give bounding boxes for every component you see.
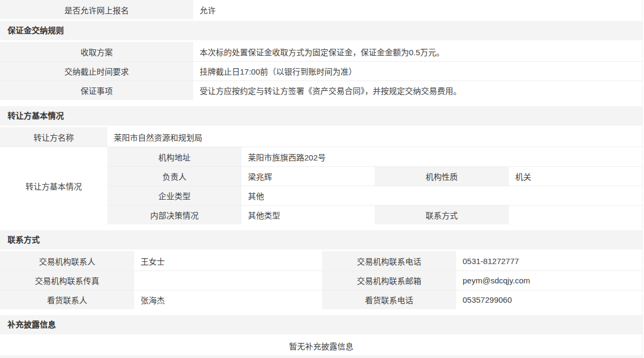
table-row: 是否允许网上报名 允许 xyxy=(0,0,642,19)
transferor-name-label: 转让方名称 xyxy=(0,127,107,147)
org-nature-value: 机关 xyxy=(509,167,642,186)
org-nature-label: 机构性质 xyxy=(375,167,509,186)
supplement-table: 暂无补充披露信息 xyxy=(0,336,642,355)
viewing-contact-label: 看货联系人 xyxy=(0,290,134,309)
viewing-phone-value: 05357299060 xyxy=(456,290,642,309)
internal-decision-value: 其他类型 xyxy=(241,206,375,224)
asset-disclosure-page: 是否允许网上报名 允许 保证金交纳规则 收取方案 本次标的处置保证金收取方式为固… xyxy=(0,0,643,358)
agency-phone-label: 交易机构联系电话 xyxy=(322,251,456,271)
guarantee-items-value: 受让方应按约定与转让方签署《资产交易合同》，并按规定交纳交易费用。 xyxy=(193,81,642,100)
agency-fax-label: 交易机构联系传真 xyxy=(0,271,134,290)
contact-method-label: 联系方式 xyxy=(375,206,509,224)
section-header-contact: 联系方式 xyxy=(0,230,642,250)
responsible-person-label: 负责人 xyxy=(107,167,241,186)
agency-contact-label: 交易机构联系人 xyxy=(0,251,134,271)
org-address-value: 莱阳市旌旗西路202号 xyxy=(241,147,642,166)
agency-email-label: 交易机构联系邮箱 xyxy=(322,271,456,290)
transferor-name-value: 莱阳市自然资源和规划局 xyxy=(107,127,642,147)
table-row: 内部决策情况 其他类型 联系方式 xyxy=(107,205,642,224)
payment-deadline-label: 交纳截止时间要求 xyxy=(0,62,193,81)
collection-plan-label: 收取方案 xyxy=(0,42,193,61)
agency-fax-value xyxy=(134,271,322,290)
org-address-label: 机构地址 xyxy=(107,147,241,166)
table-row: 收取方案 本次标的处置保证金收取方式为固定保证金，保证金金额为0.5万元。 xyxy=(0,42,642,61)
agency-contact-value: 王女士 xyxy=(134,251,322,271)
signup-table: 是否允许网上报名 允许 xyxy=(0,0,642,19)
guarantee-items-label: 保证事项 xyxy=(0,81,193,100)
table-row: 暂无补充披露信息 xyxy=(0,336,642,355)
internal-decision-label: 内部决策情况 xyxy=(107,206,241,224)
table-row: 机构地址 莱阳市旌旗西路202号 xyxy=(107,147,642,166)
transferor-table: 转让方名称 莱阳市自然资源和规划局 转让方基本情况 机构地址 莱阳市旌旗西路20… xyxy=(0,127,642,224)
section-title: 保证金交纳规则 xyxy=(8,26,64,35)
responsible-person-value: 梁兆辉 xyxy=(241,167,375,186)
viewing-contact-value: 张海杰 xyxy=(134,290,322,309)
collection-plan-value: 本次标的处置保证金收取方式为固定保证金，保证金金额为0.5万元。 xyxy=(193,42,642,61)
table-row: 保证事项 受让方应按约定与转让方签署《资产交易合同》，并按规定交纳交易费用。 xyxy=(0,81,642,100)
table-row: 交易机构联系人 王女士 交易机构联系电话 0531-81272777 xyxy=(0,251,642,271)
signup-allowed-value: 允许 xyxy=(193,0,642,19)
payment-deadline-value: 挂牌截止日17:00前（以银行到账时间为准） xyxy=(193,62,642,81)
contact-table: 交易机构联系人 王女士 交易机构联系电话 0531-81272777 交易机构联… xyxy=(0,251,642,309)
enterprise-type-label: 企业类型 xyxy=(107,186,241,205)
table-row: 企业类型 其他 xyxy=(107,186,642,205)
transferor-detail-group: 转让方基本情况 机构地址 莱阳市旌旗西路202号 负责人 梁兆辉 机构性质 机关… xyxy=(0,147,642,224)
enterprise-type-value: 其他 xyxy=(241,186,642,205)
section-title: 补充披露信息 xyxy=(8,320,56,329)
table-row: 看货联系人 张海杰 看货联系电话 05357299060 xyxy=(0,290,642,309)
section-header-transferor: 转让方基本情况 xyxy=(0,106,642,126)
deposit-rules-table: 收取方案 本次标的处置保证金收取方式为固定保证金，保证金金额为0.5万元。 交纳… xyxy=(0,42,642,100)
table-row: 交易机构联系传真 交易机构联系邮箱 peym@sdcqjy.com xyxy=(0,271,642,290)
section-header-deposit-rules: 保证金交纳规则 xyxy=(0,21,642,40)
transferor-group-label: 转让方基本情况 xyxy=(0,147,107,224)
section-title: 转让方基本情况 xyxy=(8,111,64,120)
agency-phone-value: 0531-81272777 xyxy=(456,251,642,271)
transferor-nested-table: 机构地址 莱阳市旌旗西路202号 负责人 梁兆辉 机构性质 机关 企业类型 其他… xyxy=(107,147,642,224)
table-row: 交纳截止时间要求 挂牌截止日17:00前（以银行到账时间为准） xyxy=(0,61,642,81)
no-supplement-text: 暂无补充披露信息 xyxy=(0,336,642,355)
contact-method-value xyxy=(509,206,642,224)
table-row: 转让方名称 莱阳市自然资源和规划局 xyxy=(0,127,642,147)
agency-email-value: peym@sdcqjy.com xyxy=(456,271,642,290)
section-title: 联系方式 xyxy=(8,235,40,244)
table-row: 负责人 梁兆辉 机构性质 机关 xyxy=(107,166,642,186)
section-header-supplement: 补充披露信息 xyxy=(0,315,642,334)
signup-allowed-label: 是否允许网上报名 xyxy=(0,0,193,19)
next-section-strip xyxy=(0,355,642,358)
viewing-phone-label: 看货联系电话 xyxy=(322,290,456,309)
